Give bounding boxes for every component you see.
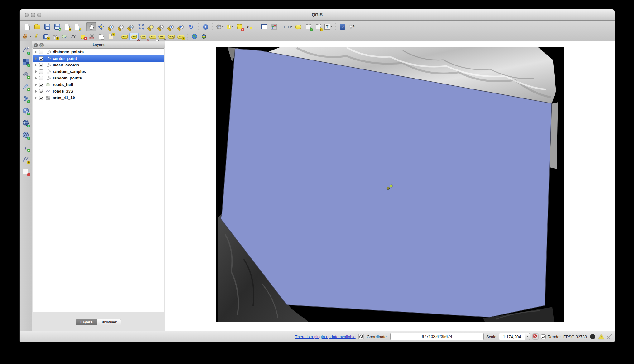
- add-raster-layer-button[interactable]: +: [21, 57, 31, 67]
- highlight-pinned-labels-button[interactable]: ab: [139, 33, 148, 40]
- help-button[interactable]: ?: [338, 22, 348, 31]
- messages-warning-button[interactable]: !: [598, 333, 604, 340]
- zoom-to-layer-button[interactable]: [156, 22, 166, 31]
- zoom-last-button[interactable]: [166, 22, 176, 31]
- zoom-out-button[interactable]: −: [116, 22, 126, 31]
- layer-row-random-points[interactable]: random_points: [33, 75, 164, 81]
- layer-checkbox[interactable]: [39, 83, 43, 87]
- save-layer-edits-button[interactable]: ✎: [41, 33, 50, 40]
- paste-features-button[interactable]: ▪: [106, 33, 116, 40]
- layer-row-roads-hull[interactable]: roads_hull: [33, 81, 164, 88]
- stop-render-icon[interactable]: [532, 333, 539, 340]
- layer-checkbox[interactable]: [39, 69, 43, 74]
- expander-icon[interactable]: [35, 70, 37, 73]
- pin-labels-button[interactable]: ab: [129, 33, 139, 40]
- deselect-features-button[interactable]: ×: [235, 22, 245, 31]
- new-project-button[interactable]: [22, 22, 32, 31]
- add-wms-layer-button[interactable]: +: [21, 106, 31, 116]
- layer-checkbox[interactable]: [39, 76, 43, 80]
- move-feature-button[interactable]: [60, 33, 69, 40]
- layer-row-random-samples[interactable]: random_samples: [33, 68, 164, 75]
- add-spatialite-layer-button[interactable]: +: [21, 81, 31, 91]
- move-label-button[interactable]: abc: [157, 33, 167, 40]
- delete-selected-button[interactable]: ×: [78, 33, 88, 40]
- remove-layer-button[interactable]: −: [21, 166, 31, 176]
- layer-checkbox[interactable]: [39, 50, 43, 54]
- add-mssql-layer-button[interactable]: +: [21, 93, 31, 103]
- coordinate-input[interactable]: 977103,6235674: [390, 333, 484, 340]
- change-label-button[interactable]: abc✎: [176, 33, 185, 40]
- add-vector-layer-button[interactable]: +: [21, 45, 31, 55]
- crs-status-button[interactable]: [589, 333, 596, 340]
- plugin-globe-button[interactable]: [190, 33, 199, 40]
- map-view[interactable]: [216, 47, 564, 322]
- copy-features-button[interactable]: [97, 33, 106, 40]
- refresh-button[interactable]: ↻: [186, 22, 196, 31]
- tab-browser[interactable]: Browser: [97, 319, 121, 325]
- layer-row-roads-33s[interactable]: roads_33S: [33, 88, 164, 94]
- map-tips-button[interactable]: [293, 22, 303, 31]
- zoom-in-button[interactable]: +: [106, 22, 116, 31]
- expander-icon[interactable]: [35, 51, 37, 53]
- layer-labeling-options-button[interactable]: abc: [120, 33, 129, 40]
- open-project-button[interactable]: [32, 22, 42, 31]
- layer-checkbox[interactable]: [39, 96, 43, 100]
- run-feature-action-button[interactable]: [215, 22, 225, 31]
- text-annotation-button[interactable]: T: [323, 22, 333, 31]
- expander-icon[interactable]: [35, 90, 37, 93]
- layer-row-srtm[interactable]: srtm_41_19: [33, 94, 164, 101]
- add-feature-button[interactable]: ✱: [50, 33, 60, 40]
- rotate-label-button[interactable]: abc↻: [167, 33, 176, 40]
- render-checkbox[interactable]: [541, 334, 546, 339]
- save-project-as-button[interactable]: ✎: [52, 22, 62, 31]
- resize-grip[interactable]: [607, 334, 612, 339]
- new-shapefile-layer-button[interactable]: ✱: [21, 154, 31, 164]
- pan-to-selection-button[interactable]: [96, 22, 106, 31]
- composer-manager-button[interactable]: 🔧: [72, 22, 82, 31]
- show-hide-labels-button[interactable]: abc: [148, 33, 157, 40]
- add-postgis-layer-button[interactable]: +: [21, 69, 31, 79]
- expander-icon[interactable]: [35, 64, 37, 66]
- scale-combo[interactable]: 1:174,204: [499, 333, 530, 340]
- expander-icon[interactable]: [35, 77, 37, 79]
- new-bookmark-button[interactable]: +: [303, 22, 313, 31]
- layer-checkbox[interactable]: [39, 89, 43, 93]
- scale-dropdown-button[interactable]: [525, 333, 530, 340]
- layer-row-center-point[interactable]: center_point: [33, 55, 164, 62]
- open-attribute-table-button[interactable]: [259, 22, 269, 31]
- expander-icon[interactable]: [35, 84, 37, 86]
- new-composer-button[interactable]: ✱: [62, 22, 72, 31]
- plugin-update-link[interactable]: There is a plugin update available: [295, 334, 355, 339]
- float-panel-button[interactable]: ▢: [39, 43, 44, 47]
- identify-features-button[interactable]: i: [200, 22, 210, 31]
- title-bar[interactable]: QGIS: [20, 9, 615, 21]
- layer-checkbox[interactable]: [39, 56, 43, 61]
- zoom-to-selection-button[interactable]: [146, 22, 156, 31]
- layer-row-distance-points[interactable]: distance_points: [33, 49, 164, 55]
- zoom-next-button[interactable]: [176, 22, 186, 31]
- show-bookmarks-button[interactable]: ▸: [313, 22, 323, 31]
- measure-button[interactable]: [283, 22, 293, 31]
- current-edits-button[interactable]: [22, 33, 31, 40]
- close-panel-button[interactable]: ×: [34, 43, 38, 47]
- select-features-button[interactable]: [225, 22, 235, 31]
- zoom-native-button[interactable]: 1:1: [126, 22, 136, 31]
- plugin-icon[interactable]: [358, 333, 364, 340]
- add-delimited-text-layer-button[interactable]: , +: [21, 142, 31, 152]
- add-wfs-layer-button[interactable]: +: [21, 130, 31, 140]
- expander-icon[interactable]: [35, 97, 37, 99]
- cut-features-button[interactable]: [88, 33, 97, 40]
- statistical-summary-button[interactable]: [269, 22, 279, 31]
- layer-checkbox[interactable]: [39, 63, 43, 67]
- tab-layers[interactable]: Layers: [76, 319, 97, 325]
- select-by-expression-button[interactable]: ε: [245, 22, 255, 31]
- whats-this-button[interactable]: ?: [348, 22, 358, 31]
- layer-row-mean-coords[interactable]: mean_coords: [33, 62, 164, 68]
- map-canvas[interactable]: [165, 41, 615, 331]
- save-project-button[interactable]: [42, 22, 52, 31]
- toggle-editing-button[interactable]: [31, 33, 41, 40]
- plugin-layers-button[interactable]: [199, 33, 209, 40]
- zoom-full-button[interactable]: [136, 22, 146, 31]
- add-wcs-layer-button[interactable]: +: [21, 118, 31, 128]
- expander-icon[interactable]: [35, 57, 37, 60]
